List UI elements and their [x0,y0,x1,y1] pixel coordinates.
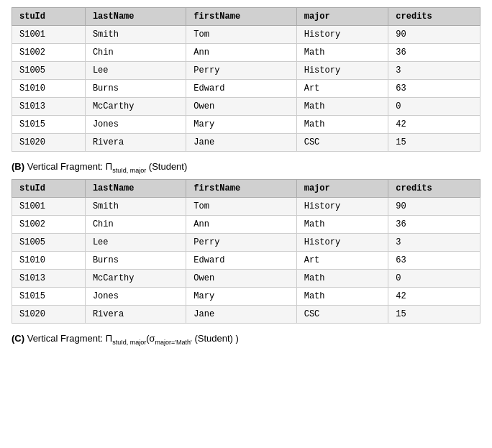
table2: stuId lastName firstName major credits S… [12,179,480,324]
table-row: S1010BurnsEdwardArt63 [12,80,480,98]
section-b-label: (B) Vertical Fragment: ΠstuId, major (St… [12,160,480,175]
section-c-letter: (C) [12,333,24,344]
col-lastname-1: lastName [85,8,186,26]
section-c-label: (C) Vertical Fragment: ΠstuId, major(σma… [12,332,480,347]
table-row: S1002ChinAnnMath36 [12,44,480,62]
col-major-2: major [296,180,388,198]
col-firstname-2: firstName [186,180,296,198]
table-row: S1002ChinAnnMath36 [12,216,480,234]
table2-header-row: stuId lastName firstName major credits [12,180,480,198]
table2-section: stuId lastName firstName major credits S… [12,179,480,324]
table-row: S1015JonesMaryMath42 [12,288,480,306]
table-row: S1005LeePerryHistory3 [12,62,480,80]
table-row: S1020RiveraJaneCSC15 [12,306,480,324]
table1-section: stuId lastName firstName major credits S… [12,7,480,152]
col-stuid-1: stuId [12,8,86,26]
table1: stuId lastName firstName major credits S… [12,7,480,152]
section-b-text: Vertical Fragment: ΠstuId, major (Studen… [27,161,188,172]
table-row: S1013McCarthyOwenMath0 [12,270,480,288]
table-row: S1001SmithTomHistory90 [12,198,480,216]
col-firstname-1: firstName [186,8,296,26]
table-row: S1005LeePerryHistory3 [12,234,480,252]
table-row: S1013McCarthyOwenMath0 [12,98,480,116]
table-row: S1020RiveraJaneCSC15 [12,134,480,152]
col-lastname-2: lastName [85,180,186,198]
table-row: S1001SmithTomHistory90 [12,26,480,44]
col-major-1: major [296,8,388,26]
section-b-letter: (B) [12,161,24,172]
table1-header-row: stuId lastName firstName major credits [12,8,480,26]
col-credits-2: credits [388,180,480,198]
table-row: S1010BurnsEdwardArt63 [12,252,480,270]
table-row: S1015JonesMaryMath42 [12,116,480,134]
col-stuid-2: stuId [12,180,86,198]
col-credits-1: credits [388,8,480,26]
section-c-text: Vertical Fragment: ΠstuId, major(σmajor=… [27,333,239,344]
